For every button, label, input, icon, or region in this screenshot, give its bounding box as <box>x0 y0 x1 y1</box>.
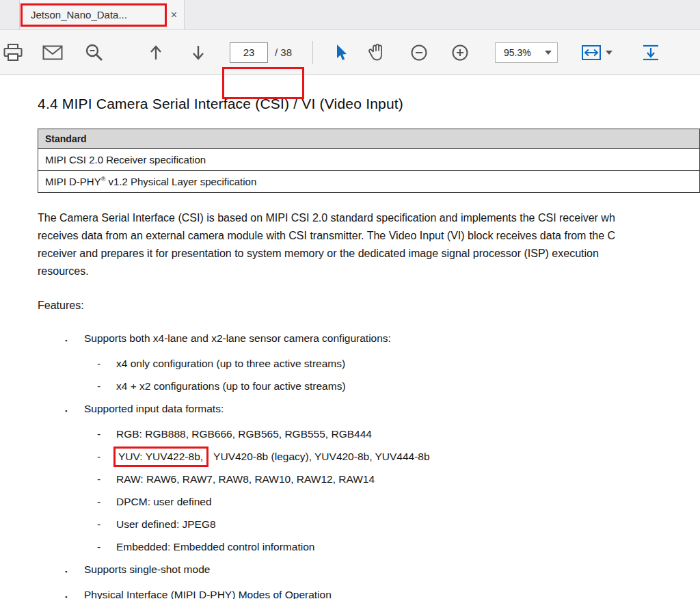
square-bullet-icon: ▪ <box>65 562 84 579</box>
list-item-text: x4 + x2 configurations (up to four activ… <box>116 379 346 393</box>
page-number-input[interactable] <box>230 42 268 63</box>
features-label: Features: <box>38 300 700 312</box>
tab-close-icon[interactable]: × <box>171 10 177 21</box>
list-item-text: DPCM: user defined <box>116 494 212 509</box>
list-item: - User defined: JPEG8 <box>97 517 700 531</box>
toolbar-separator <box>312 41 313 64</box>
intro-paragraph: The Camera Serial Interface (CSI) is bas… <box>38 209 700 280</box>
list-item-text: RGB: RGB888, RGB666, RGB565, RGB555, RGB… <box>116 427 372 441</box>
chevron-down-icon <box>545 51 552 55</box>
dphy-text-cont: v1.2 Physical Layer specification <box>105 176 256 187</box>
table-cell-csi-spec: MIPI CSI 2.0 Receiver specification <box>38 149 700 171</box>
paragraph-line: receives data from an external camera mo… <box>38 227 700 245</box>
dash-bullet-icon: - <box>97 472 116 486</box>
list-item: - RGB: RGB888, RGB666, RGB565, RGB555, R… <box>97 427 700 441</box>
paragraph-line: receiver and prepares it for presentatio… <box>38 245 700 263</box>
zoom-level-value: 95.3% <box>504 47 545 58</box>
list-item: - Embedded: Embedded control information <box>97 540 700 554</box>
previous-page-icon[interactable] <box>148 44 164 62</box>
next-page-icon[interactable] <box>190 44 206 62</box>
table-cell-dphy-spec: MIPI D-PHY® v1.2 Physical Layer specific… <box>38 171 700 193</box>
yuv-rest-text: YUV420-8b (legacy), YUV420-8b, YUV444-8b <box>211 451 430 462</box>
annotation-box-yuv: YUV: YUV422-8b, <box>113 447 208 467</box>
square-bullet-icon: ▪ <box>65 331 84 348</box>
dash-bullet-icon: - <box>97 356 116 371</box>
select-tool-icon[interactable] <box>334 44 347 62</box>
zoom-level-dropdown[interactable]: 95.3% <box>495 42 558 63</box>
list-item: ▪ Physical Interface (MIPI D-PHY) Modes … <box>65 587 700 599</box>
list-item-text: Physical Interface (MIPI D-PHY) Modes of… <box>84 587 332 599</box>
page-scrolling-mode-icon[interactable] <box>641 44 660 62</box>
list-item-text: Supports both x4-lane and x2-lane sensor… <box>84 331 391 348</box>
list-item: - x4 + x2 configurations (up to four act… <box>97 379 700 393</box>
dash-bullet-icon: - <box>97 517 116 531</box>
tab-bar: Jetson_Nano_Data... × <box>0 0 700 30</box>
list-item: ▪ Supported input data formats: <box>65 401 700 418</box>
zoom-out-icon[interactable] <box>410 44 428 62</box>
square-bullet-icon: ▪ <box>65 401 84 418</box>
standard-table: Standard MIPI CSI 2.0 Receiver specifica… <box>38 129 700 193</box>
toolbar: / 38 95.3% <box>0 30 700 75</box>
page-total-label: / 38 <box>275 46 292 58</box>
dash-bullet-icon: - <box>97 494 116 509</box>
list-item: ▪ Supports both x4-lane and x2-lane sens… <box>65 331 700 348</box>
list-item-text: x4 only configuration (up to three activ… <box>116 356 345 371</box>
list-item: - RAW: RAW6, RAW7, RAW8, RAW10, RAW12, R… <box>97 472 700 486</box>
list-item: ▪ Supports single-shot mode <box>65 562 700 579</box>
dash-bullet-icon: - <box>97 540 116 554</box>
list-item: - YUV: YUV422-8b, YUV420-8b (legacy), YU… <box>97 449 700 464</box>
section-heading: 4.4 MIPI Camera Serial Interface (CSI) /… <box>38 96 700 112</box>
email-icon[interactable] <box>42 44 63 61</box>
features-list: ▪ Supports both x4-lane and x2-lane sens… <box>0 331 700 599</box>
tab-title: Jetson_Nano_Data... <box>31 9 165 21</box>
print-icon[interactable] <box>3 43 23 62</box>
table-row: MIPI CSI 2.0 Receiver specification <box>38 149 700 171</box>
pdf-viewer-window: Jetson_Nano_Data... × <box>0 0 700 599</box>
document-tab[interactable]: Jetson_Nano_Data... × <box>19 0 185 29</box>
table-header-standard: Standard <box>38 129 700 149</box>
table-header-row: Standard <box>38 129 700 149</box>
fit-width-button[interactable] <box>581 44 612 62</box>
table-row: MIPI D-PHY® v1.2 Physical Layer specific… <box>38 171 700 193</box>
dash-bullet-icon: - <box>97 427 116 441</box>
dphy-text: MIPI D-PHY <box>45 176 101 187</box>
zoom-in-icon[interactable] <box>451 44 469 62</box>
list-item-text: User defined: JPEG8 <box>116 517 216 531</box>
list-item: - DPCM: user defined <box>97 494 700 509</box>
chevron-down-icon <box>606 51 612 55</box>
yuv-highlighted-text: YUV: YUV422-8b, <box>118 451 203 462</box>
list-item-text: Supports single-shot mode <box>84 562 210 579</box>
dash-bullet-icon: - <box>97 379 116 393</box>
list-item-text: RAW: RAW6, RAW7, RAW8, RAW10, RAW12, RAW… <box>116 472 375 486</box>
list-item: - x4 only configuration (up to three act… <box>97 356 700 371</box>
list-item-text: Supported input data formats: <box>84 401 224 418</box>
list-item-text: YUV: YUV422-8b, YUV420-8b (legacy), YUV4… <box>116 449 430 464</box>
square-bullet-icon: ▪ <box>65 587 84 599</box>
paragraph-line: The Camera Serial Interface (CSI) is bas… <box>38 209 700 227</box>
paragraph-line: resources. <box>38 263 700 280</box>
list-item-text: Embedded: Embedded control information <box>116 540 314 554</box>
document-page: 4.4 MIPI Camera Serial Interface (CSI) /… <box>0 75 700 599</box>
hand-tool-icon[interactable] <box>368 43 386 62</box>
marquee-zoom-icon[interactable] <box>85 43 104 62</box>
